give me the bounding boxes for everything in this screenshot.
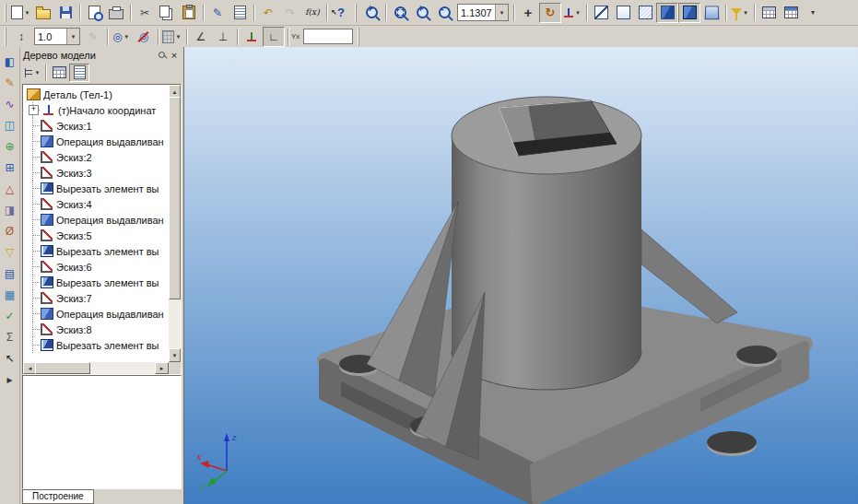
copy-button[interactable] [156,3,178,23]
current-scale-combo-value[interactable]: 1.1307 [458,7,495,18]
close-panel-button[interactable]: × [168,49,181,61]
zoom-out-step-button[interactable] [433,3,455,23]
cursor-step-combo-value[interactable]: 1.0 [35,31,66,42]
dropdown-caret-icon[interactable]: ▾ [574,9,582,17]
dropdown-caret-icon[interactable]: ▾ [123,33,131,41]
zoom-in-button[interactable] [360,3,382,23]
tree-item[interactable]: Деталь (Тел-1) [27,87,169,102]
paste-button[interactable] [178,3,200,23]
toolbar-grip[interactable] [5,28,7,46]
toolbar-grip[interactable] [5,4,7,22]
hidden-lines-thin-button[interactable] [634,3,656,23]
tree-item[interactable]: Операция выдавливан [27,212,169,228]
space-curves-tool-button[interactable]: ∿ [0,94,19,113]
zoom-in-step-button[interactable] [411,3,433,23]
ortho-drawing-button[interactable]: ∟ [263,27,285,47]
tree-item[interactable]: Эскиз:1 [27,118,169,134]
macros-tool-button[interactable]: Σ [0,327,19,346]
tree-item[interactable]: Эскиз:7 [27,290,169,306]
current-scale-combo[interactable]: 1.1307▾ [457,4,509,21]
tree-composition-button[interactable] [49,64,69,82]
viewport[interactable]: z x y [184,47,858,504]
tree-item[interactable]: Вырезать элемент вы [27,181,169,196]
dropdown-caret-icon[interactable]: ▾ [23,9,31,17]
variables-button[interactable]: f(x) [301,3,323,23]
cursor-coords-field[interactable] [303,29,353,44]
tree-item[interactable]: Эскиз:3 [27,165,169,181]
tree-relations-button[interactable] [69,64,89,82]
toolbar-grip[interactable] [355,4,358,22]
cursor-step-combo[interactable]: 1.0▾ [34,28,80,45]
wireframe-button[interactable] [590,3,612,23]
dropdown-caret-icon[interactable]: ▾ [742,9,750,17]
selection-tool-button[interactable]: ↖ [0,348,19,368]
rotate-button[interactable]: ↻ [539,3,561,23]
combo-dropdown-icon[interactable]: ▾ [66,29,79,44]
pin-panel-button[interactable] [155,49,168,61]
tree-item[interactable]: Вырезать элемент вы [27,243,169,259]
snap-settings-button[interactable]: ◎▾ [111,27,133,47]
shaded-button[interactable] [656,3,678,23]
local-cs-button[interactable] [241,27,263,47]
forbid-snaps-button[interactable]: ◎ [133,27,155,47]
corner-hole[interactable] [736,346,777,367]
print-button[interactable] [105,3,127,23]
filters-button[interactable]: ▾ [729,3,751,23]
perspective-button[interactable] [700,3,723,23]
object-properties-button[interactable] [229,3,251,23]
cursor-step-button[interactable]: ↕ [10,27,32,47]
simplified-display-button[interactable] [780,3,802,23]
zoom-by-frame-button[interactable] [389,3,411,23]
properties-tool-button[interactable]: ✓ [0,306,19,325]
toolbar-grip[interactable] [358,28,360,46]
more-tools-button[interactable]: ▸ [0,369,19,389]
print-preview-button[interactable] [83,3,105,23]
dropdown-caret-icon[interactable]: ▾ [174,33,182,41]
orientation-button[interactable]: ▾ [561,3,583,23]
context-help-button[interactable]: ? [330,3,352,23]
tree-item[interactable]: Эскиз:2 [27,149,169,165]
redo-button[interactable]: ↷ [279,3,301,23]
save-button[interactable] [54,3,76,23]
3d-part[interactable] [323,95,805,500]
combo-dropdown-icon[interactable]: ▾ [495,5,508,20]
new-document-button[interactable]: ▾ [10,3,32,23]
tree-item[interactable]: Эскиз:4 [27,196,169,212]
pan-button[interactable]: + [517,3,539,23]
open-document-button[interactable] [32,3,54,23]
3d-model-canvas[interactable] [184,47,858,504]
tree-item[interactable]: Эскиз:5 [27,228,169,243]
tree-item[interactable]: Вырезать элемент вы [27,337,169,353]
horizontal-scrollbar[interactable]: ◄ ► [23,362,169,374]
current-layer-button[interactable]: ✎ [82,27,104,47]
tree-item[interactable]: Операция выдавливан [27,306,169,322]
vertical-scroll-thumb[interactable] [169,97,181,299]
measurements-tool-button[interactable]: Ø [0,221,19,240]
tree-item[interactable]: Эскиз:8 [27,322,169,337]
spec-elements-tool-button[interactable]: ▤ [0,264,19,283]
surfaces-tool-button[interactable]: ◫ [0,115,19,135]
sheet-body-tool-button[interactable]: ◨ [0,200,19,219]
toolbar-options-button[interactable]: ▾ [802,3,824,23]
tree-view-mode-button[interactable]: ▾ [22,64,42,82]
tab-construction[interactable]: Построение [22,489,94,504]
auxiliary-geometry-tool-button[interactable]: ⊕ [0,136,19,156]
perpendicular-button[interactable]: ⊥ [212,27,234,47]
grid-button[interactable]: ▾ [161,27,183,47]
tree-item[interactable]: Вырезать элемент вы [27,275,169,290]
undo-button[interactable]: ↶ [257,3,279,23]
vertical-scrollbar[interactable]: ▲ ▼ [169,85,181,362]
angle-snap-button[interactable]: ∠ [190,27,212,47]
filters-tool-button[interactable]: ▽ [0,242,19,262]
scroll-down-button[interactable]: ▼ [169,348,181,362]
tree-item[interactable]: +(т)Начало координат [27,102,169,118]
tree-item[interactable]: Операция выдавливан [27,134,169,149]
corner-hole[interactable] [707,431,757,456]
tree-expander-icon[interactable]: + [29,105,39,115]
shaded-wireframe-button[interactable] [678,3,700,23]
scroll-right-button[interactable]: ► [155,362,169,374]
copy-properties-button[interactable]: ✎ [206,3,229,23]
hidden-lines-removed-button[interactable] [612,3,634,23]
dropdown-caret-icon[interactable]: ▾ [33,69,41,76]
cut-button[interactable]: ✂ [134,3,156,23]
